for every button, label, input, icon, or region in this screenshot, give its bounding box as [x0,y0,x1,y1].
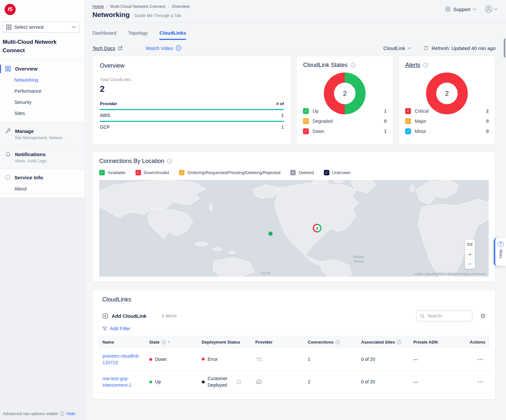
support-menu[interactable]: Support [445,6,476,12]
map-cluster-marker[interactable]: 2 [313,224,322,233]
info-icon[interactable]: i [237,380,241,384]
sidebar-item-manage[interactable]: Manage [0,126,85,137]
chevron-down-icon [473,8,476,10]
fit-bounds-icon [467,242,472,247]
f5-logo: f5 [5,4,16,15]
vertical-scrollbar[interactable] [504,39,505,57]
info-icon[interactable]: i [162,340,166,344]
checkbox-critical[interactable]: ✓ [405,108,411,114]
f5-logo-text: f5 [8,6,12,13]
deployment-dot [202,358,205,361]
sort-icon[interactable]: ▲▼ [168,342,170,342]
legend-label: Available [108,170,126,175]
state-label: Up [155,379,161,384]
col-header-deployment-status[interactable]: Deployment Status [198,340,251,345]
refresh-icon [423,45,429,51]
cloudlink-name-link[interactable]: praveen-cloudlink-120723 [103,353,142,366]
sidebar-item-sites[interactable]: Sites [0,108,85,119]
checkbox-ordering[interactable]: ✓ [179,170,184,175]
add-cloudlink-button[interactable]: Add CloudLink [102,313,147,319]
tab-cloudlinks[interactable]: CloudLinks [159,30,186,40]
info-icon[interactable]: i [351,63,356,68]
info-icon[interactable]: i [397,340,401,344]
tab-dashboard[interactable]: Dashboard [92,30,116,40]
legend-item-available: ✓ Available [99,170,126,175]
search-input[interactable] [427,313,463,318]
sidebar-item-service-info[interactable]: i Service Info [0,172,85,183]
overview-card-title: Overview [100,62,284,69]
plus-circle-icon [102,313,108,319]
info-icon[interactable]: i [60,412,64,416]
info-icon[interactable]: i [167,159,172,164]
watch-video-label: Watch Video [146,45,173,51]
refresh-button[interactable]: Refresh: Updated 40 min ago [423,45,496,51]
guide-me-link[interactable]: Guide Me Through a Tab [134,13,181,18]
checkbox-up[interactable]: ✓ [303,108,309,114]
add-cloudlink-label: Add CloudLink [112,313,147,319]
world-map[interactable]: Pacific Ocean Atlantic Ocean 2 + − Leafl… [99,180,489,277]
map-zoom-in-button[interactable]: + [465,249,475,259]
provider-cell [251,376,304,388]
add-filter-button[interactable]: Add Filter [102,326,490,331]
col-header-provider[interactable]: Provider [251,340,304,345]
col-header-connections[interactable]: Connections i [304,340,357,345]
service-selector-label: Select service [14,24,69,30]
scope-selector-dropdown[interactable]: CloudLink [383,45,411,51]
bell-icon [5,152,11,157]
checkbox-down-invalid[interactable]: ✓ [135,170,141,175]
col-header-associated-sites[interactable]: Associated Sites i [357,340,409,345]
play-circle-icon [176,45,182,51]
col-header-state[interactable]: State i ▲▼ [145,340,198,345]
help-tab[interactable]: ? Help [494,238,506,266]
sidebar-item-networking[interactable]: Networking [0,74,85,86]
checkbox-minor[interactable]: ✓ [405,128,411,134]
info-icon[interactable]: i [423,63,428,68]
user-menu[interactable] [485,5,498,13]
sidebar-item-about[interactable]: About [0,183,85,194]
map-attribution[interactable]: Leaflet | OpenMapTiles, OpenStreetMap co… [412,272,487,276]
legend-label: Up [312,108,380,114]
product-title: Multi-Cloud Network Connect [3,38,77,55]
advanced-nav-text: Advanced nav options visible [3,411,58,416]
tech-docs-link[interactable]: Tech Docs [92,45,123,51]
legend-row-up: ✓ Up 1 [303,106,387,116]
breadcrumb-home[interactable]: Home [92,4,104,9]
col-header-private-adn[interactable]: Private ADN [409,340,466,345]
alerts-legend: ✓ Critical 2 ✓ Major 0 ✓ Minor 0 [405,106,489,136]
checkbox-available[interactable]: ✓ [99,170,105,175]
alerts-card-title[interactable]: Alerts [405,62,420,69]
checkbox-deleted[interactable]: ✓ [290,170,296,175]
info-icon[interactable]: i [336,340,340,344]
checkbox-degraded[interactable]: ✓ [303,118,309,124]
search-box[interactable] [416,310,472,321]
deployment-label: Error [208,356,218,363]
map-fit-bounds-button[interactable] [465,239,475,249]
hide-nav-link[interactable]: Hide [67,411,75,416]
deployment-label: Customer Deployed [208,375,234,389]
map-dot-marker[interactable] [268,232,273,236]
main-area: Home › Multi-Cloud Network Connect › Ove… [85,0,506,420]
checkbox-down[interactable]: ✓ [303,128,309,134]
tab-topology[interactable]: Topology [128,30,148,40]
col-header-name[interactable]: Name [98,340,145,345]
sidebar-item-notifications[interactable]: Notifications [0,149,85,160]
watch-video-link[interactable]: Watch Video [146,45,182,51]
provider-row-gcp: GCP 1 [100,121,284,133]
cloudlink-name-link[interactable]: mw-test-gcp-interconnect-1 [103,375,142,389]
row-actions-menu[interactable]: ••• [477,380,484,384]
breadcrumb-overview[interactable]: Overview [172,4,189,9]
service-selector[interactable]: Select service [3,22,79,33]
breadcrumb-mcn[interactable]: Multi-Cloud Network Connect [110,4,165,9]
sidebar-item-performance[interactable]: Performance [0,86,85,97]
map-zoom-out-button[interactable]: − [465,259,475,269]
row-actions-menu[interactable]: ••• [477,357,484,362]
map-card-title: Connections By Location [99,158,164,165]
cluster-count: 2 [314,225,320,231]
gear-icon[interactable]: ⚙ [480,312,486,320]
state-cell: Down [145,353,198,365]
cloudlink-states-card: CloudLink States i 2 ✓ Up 1 [296,56,393,145]
sidebar-item-overview[interactable]: Overview [0,63,85,74]
checkbox-major[interactable]: ✓ [405,118,411,124]
sidebar-item-security[interactable]: Security [0,97,85,108]
checkbox-unknown[interactable]: ✓ [324,170,329,175]
